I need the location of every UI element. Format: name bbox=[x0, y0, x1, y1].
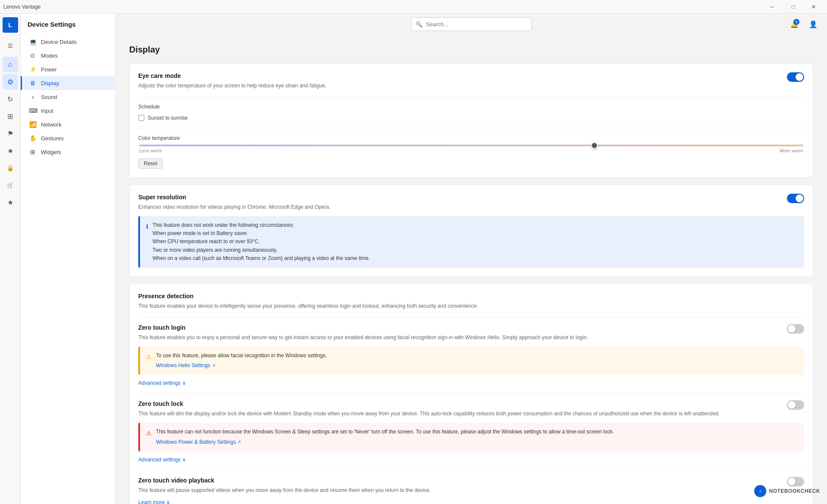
external-link-icon2: ↗ bbox=[237, 439, 241, 445]
zero-touch-lock-toggle[interactable] bbox=[787, 400, 804, 410]
sidebar-icon-security[interactable]: ⚑ bbox=[3, 126, 18, 141]
eye-care-title: Eye care mode bbox=[138, 72, 326, 79]
nav-item-network[interactable]: 📶 Network bbox=[21, 117, 115, 131]
info-line-1: When power mode is set to Battery saver. bbox=[152, 229, 370, 238]
zero-touch-login-warning: ⚠ To use this feature, please allow faci… bbox=[138, 346, 804, 375]
zero-touch-login-toggle[interactable] bbox=[787, 324, 804, 334]
sidebar-icon-updates[interactable]: ↻ bbox=[3, 91, 18, 107]
display-icon: 🖥 bbox=[29, 80, 37, 87]
advanced-settings-login-label: Advanced settings bbox=[138, 380, 180, 386]
topbar-icons: 🔔 8 👤 bbox=[787, 17, 820, 31]
power-icon: ⚡ bbox=[29, 66, 37, 73]
close-button[interactable]: ✕ bbox=[804, 0, 824, 14]
zero-touch-login-description: This feature enables you to enjoy a pers… bbox=[138, 334, 588, 341]
app-title: Lenovo Vantage bbox=[3, 4, 41, 10]
slider-labels: Less warm More warm bbox=[139, 148, 803, 153]
page-content: Display Eye care mode Adjusts the color … bbox=[129, 45, 813, 504]
sidebar-icon-support[interactable]: ★ bbox=[3, 195, 18, 210]
content-area: 🔍 🔔 8 👤 Display Eye care mode bbox=[115, 14, 827, 504]
divider4 bbox=[138, 393, 804, 393]
eye-care-toggle[interactable] bbox=[787, 72, 804, 82]
watermark: ✓ NOTEBOOKCHECK bbox=[754, 485, 820, 497]
sidebar-icon-wifi[interactable]: ◉ bbox=[3, 143, 18, 158]
app-container: L ☰ ⌂ ⚙ ↻ ⊞ ⚑ ◉ 🔒 🛒 ★ Device Settings 💻 … bbox=[0, 14, 827, 504]
slider-container: Less warm More warm bbox=[138, 145, 804, 153]
sidebar-icon-lock[interactable]: 🔒 bbox=[3, 160, 18, 176]
windows-power-link-text: Windows Power & Battery Settings bbox=[156, 438, 236, 446]
super-resolution-toggle[interactable] bbox=[787, 194, 804, 203]
info-text: This feature does not work under the fol… bbox=[152, 221, 370, 263]
presence-detection-description: This feature enables your device to inte… bbox=[138, 302, 804, 310]
eye-care-description: Adjusts the color temperature of your sc… bbox=[138, 82, 326, 90]
schedule-label: Schedule bbox=[138, 104, 804, 110]
zero-touch-lock-header: Zero touch lock This feature will dim th… bbox=[138, 400, 804, 417]
info-line-0: This feature does not work under the fol… bbox=[152, 221, 370, 229]
chevron-down-icon-lock: ∨ bbox=[182, 457, 186, 463]
learn-more-row[interactable]: Learn more ∨ bbox=[138, 499, 804, 504]
warning-text: To use this feature, please allow facial… bbox=[156, 352, 327, 360]
reset-button[interactable]: Reset bbox=[138, 158, 163, 169]
hamburger-icon[interactable]: ☰ bbox=[3, 38, 18, 53]
windows-hello-link[interactable]: Windows Hello Settings ↗ bbox=[156, 362, 215, 370]
warning-icon: ⚠ bbox=[146, 352, 152, 370]
color-temp-section: Color temperature Less warm More warm Re… bbox=[138, 135, 804, 169]
nav-label-widgets: Widgets bbox=[41, 149, 61, 155]
search-box[interactable]: 🔍 bbox=[411, 17, 532, 31]
sidebar-icon-home[interactable]: ⌂ bbox=[3, 57, 18, 72]
info-line-3: Two or more video players are running si… bbox=[152, 246, 370, 254]
sidebar-icon-apps[interactable]: ⊞ bbox=[3, 108, 18, 124]
search-input[interactable] bbox=[426, 21, 527, 28]
super-resolution-header: Super resolution Enhances video resoluti… bbox=[138, 194, 804, 211]
zero-touch-login-header: Zero touch login This feature enables yo… bbox=[138, 324, 804, 341]
nav-label-device-details: Device Details bbox=[41, 39, 77, 45]
slider-track bbox=[139, 145, 803, 146]
sidebar-icon-device[interactable]: ⚙ bbox=[3, 74, 18, 90]
account-icon: 👤 bbox=[809, 20, 818, 28]
modes-icon: ⊙ bbox=[29, 52, 37, 59]
external-link-icon: ↗ bbox=[212, 362, 215, 369]
divider5 bbox=[138, 470, 804, 470]
nav-item-device-details[interactable]: 💻 Device Details bbox=[21, 35, 115, 49]
warning-content: To use this feature, please allow facial… bbox=[156, 352, 327, 370]
maximize-button[interactable]: □ bbox=[783, 0, 803, 14]
error-content: This feature can not function because th… bbox=[156, 428, 614, 446]
nav-label-power: Power bbox=[41, 66, 57, 73]
app-logo[interactable]: L bbox=[3, 17, 18, 33]
super-resolution-info: ℹ This feature does not work under the f… bbox=[138, 216, 804, 268]
nav-item-gestures[interactable]: ✋ Gestures bbox=[21, 131, 115, 145]
super-resolution-card: Super resolution Enhances video resoluti… bbox=[129, 185, 813, 277]
schedule-section: Schedule Sunset to sunrise bbox=[138, 104, 804, 121]
nav-label-network: Network bbox=[41, 121, 62, 128]
nav-item-sound[interactable]: ♪ Sound bbox=[21, 90, 115, 104]
eye-care-header: Eye care mode Adjusts the color temperat… bbox=[138, 72, 804, 90]
zero-touch-video-section: Zero touch video playback This feature w… bbox=[138, 477, 804, 504]
slider-thumb[interactable] bbox=[591, 142, 598, 149]
advanced-settings-login[interactable]: Advanced settings ∨ bbox=[138, 380, 804, 386]
windows-power-link[interactable]: Windows Power & Battery Settings ↗ bbox=[156, 438, 241, 446]
eye-care-title-group: Eye care mode Adjusts the color temperat… bbox=[138, 72, 326, 90]
nav-label-gestures: Gestures bbox=[41, 135, 64, 142]
divider1 bbox=[138, 96, 804, 97]
minimize-button[interactable]: ─ bbox=[762, 0, 782, 14]
windows-hello-link-text: Windows Hello Settings bbox=[156, 362, 210, 370]
icon-sidebar: L ☰ ⌂ ⚙ ↻ ⊞ ⚑ ◉ 🔒 🛒 ★ bbox=[0, 14, 21, 504]
gestures-icon: ✋ bbox=[29, 135, 37, 142]
sound-icon: ♪ bbox=[29, 93, 37, 100]
advanced-settings-lock[interactable]: Advanced settings ∨ bbox=[138, 457, 804, 463]
super-resolution-title-group: Super resolution Enhances video resoluti… bbox=[138, 194, 330, 211]
zero-touch-login-title: Zero touch login bbox=[138, 324, 588, 331]
notification-button[interactable]: 🔔 8 bbox=[787, 17, 801, 31]
schedule-row: Sunset to sunrise bbox=[138, 115, 804, 121]
topbar: 🔍 🔔 8 👤 bbox=[115, 14, 827, 34]
zero-touch-login-section: Zero touch login This feature enables yo… bbox=[138, 324, 804, 386]
schedule-checkbox[interactable] bbox=[138, 115, 144, 121]
nav-item-modes[interactable]: ⊙ Modes bbox=[21, 49, 115, 62]
sidebar-icon-shop[interactable]: 🛒 bbox=[3, 177, 18, 193]
super-resolution-title: Super resolution bbox=[138, 194, 330, 201]
account-button[interactable]: 👤 bbox=[806, 17, 820, 31]
nav-item-display[interactable]: 🖥 Display bbox=[21, 76, 115, 90]
nav-item-power[interactable]: ⚡ Power bbox=[21, 62, 115, 76]
nav-item-input[interactable]: ⌨ Input bbox=[21, 104, 115, 117]
nav-item-widgets[interactable]: ⊞ Widgets bbox=[21, 145, 115, 159]
chevron-down-icon-video: ∨ bbox=[166, 499, 170, 504]
